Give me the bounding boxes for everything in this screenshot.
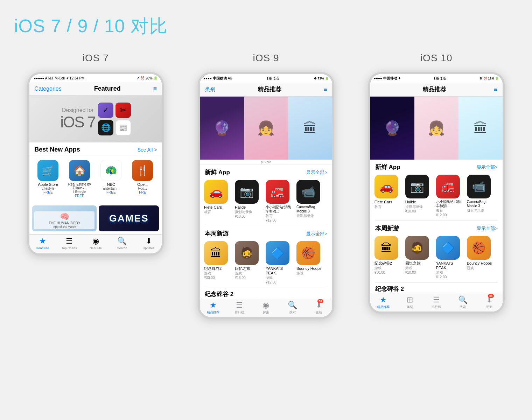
ios7-app-nbc[interactable]: 🦚 NBC Entertain... FREE bbox=[95, 159, 127, 199]
ios7-status-bar: ●●●●● AT&T M-Cell ✦ 12:34 PM ↗ ⏰ 28% 🔋 bbox=[29, 74, 162, 82]
ios10-new-games-see-all[interactable]: 显示全部> bbox=[477, 225, 498, 232]
ios9-app-price-fire: ¥12.00 bbox=[266, 218, 276, 222]
ios10-new-games-title: 本周新游 bbox=[375, 224, 399, 232]
ios9-game-cat-huiyi: 游戏 bbox=[235, 271, 242, 276]
ios9-new-games-title: 本周新游 bbox=[205, 230, 229, 238]
ios7-see-all[interactable]: See All > bbox=[138, 147, 157, 153]
ios10-tab-updates-icon-wrap: ⬇ 35 bbox=[486, 295, 492, 304]
ios7-app-zillow[interactable]: 🏠 Real Estate by Zillow -... Lifestyle F… bbox=[64, 159, 95, 199]
ios9-tab-explore[interactable]: ◉ 探索 bbox=[253, 301, 279, 315]
ios10-tab-updates-label: 更新 bbox=[486, 305, 492, 309]
ios9-column: iOS 9 ●●●● 中国移动 4G 08:55 ⊕ 73% 🔋 类别 精品推荐… bbox=[184, 52, 348, 319]
ios7-tab-updates[interactable]: ⬇ Updates bbox=[135, 237, 162, 250]
ios10-game-huiyi[interactable]: 🧔 回忆之旅 游戏 ¥18.00 bbox=[404, 236, 435, 279]
ios9-nav-left[interactable]: 类别 bbox=[205, 86, 215, 93]
ios10-tab-search-label: 搜索 bbox=[460, 305, 466, 309]
ios9-app-halide[interactable]: 📷 Halide 摄影与录像 ¥18.00 bbox=[233, 180, 264, 222]
ios10-tab-ranking[interactable]: ☰ 排行榜 bbox=[423, 295, 450, 309]
ios9-game-name-jinian: 纪念碑谷2 bbox=[204, 266, 222, 271]
ios10-nav-icon[interactable]: ≡ bbox=[494, 86, 498, 93]
ios7-tab-nearme[interactable]: ◉ Near Me bbox=[83, 237, 109, 250]
ios9-new-games-see-all[interactable]: 显示全部> bbox=[306, 231, 327, 237]
ios9-app-cat-camera: 摄影与录像 bbox=[296, 214, 314, 218]
ios9-game-name-huiyi: 回忆之旅 bbox=[235, 266, 250, 271]
ios7-app-price-nbc: FREE bbox=[106, 190, 116, 194]
ios9-games-row: 🏛 纪念碑谷2 游戏 ¥30.00 🧔 回忆之旅 游戏 ¥18.00 🔷 YAN… bbox=[200, 240, 332, 288]
ios10-new-apps-see-all[interactable]: 显示全部> bbox=[477, 164, 498, 170]
ios9-hero-seg2: 👧 bbox=[244, 97, 288, 160]
ios9-app-fiete[interactable]: 🚗 Fiete Cars 教育 bbox=[203, 180, 233, 222]
ios9-tab-search[interactable]: 🔍 搜索 bbox=[279, 301, 306, 315]
ios9-game-yankai[interactable]: 🔷 YANKAI'S PEAK. 游戏 ¥12.00 bbox=[264, 241, 295, 284]
ios9-game-cat-jinian: 游戏 bbox=[204, 271, 211, 276]
ios7-tab-topcharts[interactable]: ☰ Top Charts bbox=[56, 237, 83, 250]
ios10-tab-featured[interactable]: ★ 精品推荐 bbox=[370, 295, 397, 309]
ios10-game-yankai[interactable]: 🔷 YANKAI'S PEAK. 游戏 ¥12.00 bbox=[435, 236, 465, 279]
ios10-app-cat-halide: 摄影与录像 bbox=[405, 204, 423, 209]
ios7-promo-left[interactable]: 🧠 THE HUMAN BODY App of the Week bbox=[32, 205, 97, 231]
ios9-game-name-bouncy: Bouncy Hoops bbox=[296, 266, 322, 271]
ios9-game-jinian[interactable]: 🏛 纪念碑谷2 游戏 ¥30.00 bbox=[203, 241, 233, 284]
ios7-hero-line2: iOS 7 bbox=[60, 113, 95, 131]
ios7-app-other[interactable]: 🍴 Ope... Foo... FRE bbox=[127, 159, 158, 199]
ios10-tab-category[interactable]: ⊞ 类别 bbox=[397, 295, 423, 309]
ios9-new-games-bar: 本周新游 显示全部> bbox=[200, 226, 332, 240]
ios9-hero-banner: 🔮 👧 🏛 bbox=[200, 97, 332, 160]
ios10-status-left: ●●●● 中国移动 ✦ bbox=[374, 76, 401, 81]
ios9-tab-ranking[interactable]: ☰ 排行榜 bbox=[226, 301, 253, 315]
ios7-status-left: ●●●●● AT&T M-Cell ✦ 12:34 PM bbox=[34, 76, 84, 80]
ios9-app-name-camera: CameraBag Mobile 3 bbox=[296, 205, 324, 214]
ios10-game-icon-yankai: 🔷 bbox=[436, 236, 460, 260]
ios7-tab-featured[interactable]: ★ Featured bbox=[29, 237, 56, 250]
ios9-game-icon-yankai: 🔷 bbox=[266, 241, 289, 265]
ios9-app-camera[interactable]: 📹 CameraBag Mobile 3 摄影与录像 bbox=[295, 180, 326, 222]
ios9-tab-featured[interactable]: ★ 精品推荐 bbox=[200, 301, 226, 315]
ios10-tab-updates[interactable]: ⬇ 35 更新 bbox=[476, 295, 503, 309]
ios9-hero-seg3: 🏛 bbox=[288, 97, 332, 160]
ios10-hero-banner: 🔮 👧 🏛 bbox=[370, 97, 503, 160]
ios9-new-apps-see-all[interactable]: 显示全部> bbox=[306, 169, 327, 176]
ios10-app-icon-camera: 📹 bbox=[467, 175, 491, 198]
ios7-categories-button[interactable]: Categories bbox=[34, 86, 61, 92]
ios7-promo-right[interactable]: GAMES bbox=[99, 205, 159, 231]
ios9-tab-search-icon: 🔍 bbox=[288, 301, 297, 310]
ios7-app-icon-zillow: 🏠 bbox=[69, 160, 90, 181]
ios7-app-icon-other: 🍴 bbox=[132, 160, 153, 181]
ios7-menu-icon[interactable]: ≡ bbox=[153, 85, 157, 92]
ios9-nav-icon[interactable]: ≡ bbox=[323, 86, 327, 93]
ios10-app-fire[interactable]: 🚒 小小消防站:消防车和消... 教育 ¥12.00 bbox=[435, 175, 465, 217]
ios7-featured-title: Featured bbox=[94, 85, 121, 92]
ios10-game-cat-huiyi: 游戏 bbox=[405, 266, 412, 271]
ios9-tab-ranking-label: 排行榜 bbox=[235, 310, 244, 315]
ios10-game-name-jinian: 纪念碑谷2 bbox=[374, 261, 392, 266]
ios9-tab-updates-icon-wrap: ⬇ 51 bbox=[316, 301, 322, 310]
ios9-tab-featured-label: 精品推荐 bbox=[207, 310, 219, 315]
ios10-app-camera[interactable]: 📹 CameraBag Mobile 3 摄影与录像 bbox=[465, 175, 496, 217]
ios7-promo-left-text: 🧠 THE HUMAN BODY App of the Week bbox=[34, 211, 94, 229]
ios10-nav-bar: 精品推荐 ≡ bbox=[370, 83, 503, 97]
ios9-game-price-yankai: ¥12.00 bbox=[266, 280, 276, 284]
ios9-game-bouncy[interactable]: 🏀 Bouncy Hoops 游戏 bbox=[295, 241, 326, 284]
ios7-app-apple-store[interactable]: 🛒 Apple Store Lifestyle FREE bbox=[32, 159, 64, 199]
ios7-tab-search[interactable]: 🔍 Search bbox=[109, 237, 135, 250]
ios10-tab-search[interactable]: 🔍 搜索 bbox=[449, 295, 476, 309]
ios7-phone: ●●●●● AT&T M-Cell ✦ 12:34 PM ↗ ⏰ 28% 🔋 C… bbox=[27, 72, 164, 255]
ios7-hero-icon-1: ✓ bbox=[98, 103, 113, 118]
ios10-nav-title: 精品推荐 bbox=[422, 85, 446, 93]
ios9-tab-updates[interactable]: ⬇ 51 更新 bbox=[306, 301, 332, 315]
ios10-app-name-fire: 小小消防站:消防车和消... bbox=[436, 200, 464, 208]
ios10-game-jinian[interactable]: 🏛 纪念碑谷2 游戏 ¥30.00 bbox=[373, 236, 404, 279]
ios10-game-bouncy[interactable]: 🏀 Bouncy Hoops 游戏 bbox=[465, 236, 496, 279]
ios10-app-cat-fire: 教育 bbox=[436, 208, 443, 213]
ios9-game-huiyi[interactable]: 🧔 回忆之旅 游戏 ¥18.00 bbox=[233, 241, 264, 284]
ios7-tab-nearme-icon: ◉ bbox=[92, 237, 99, 246]
ios10-app-fiete[interactable]: 🚗 Fiete Cars 教育 bbox=[373, 175, 404, 217]
ios10-featured-title: 纪念碑谷 2 bbox=[370, 283, 503, 294]
ios9-app-fire[interactable]: 🚒 小小消防站:消防车和消... 教育 ¥12.00 bbox=[264, 180, 295, 222]
ios10-tab-search-icon: 🔍 bbox=[458, 295, 468, 304]
page-title: iOS 7 / 9 / 10 对比 bbox=[14, 14, 518, 38]
ios10-app-halide[interactable]: 📷 Halide 摄影与录像 ¥18.00 bbox=[404, 175, 435, 217]
ios10-label: iOS 10 bbox=[420, 52, 453, 64]
ios10-tab-ranking-label: 排行榜 bbox=[432, 305, 441, 309]
ios9-featured-title: 纪念碑谷 2 bbox=[200, 288, 332, 299]
